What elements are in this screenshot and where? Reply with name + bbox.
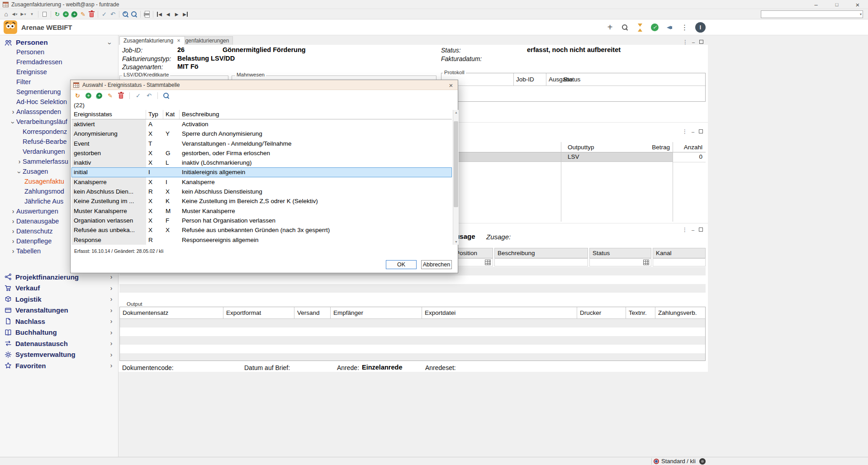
table-row[interactable]: Keine Zustellung im ... X K Keine Zustel… (71, 196, 452, 206)
print-icon[interactable] (142, 10, 151, 19)
group-mahnwesen-legend: Mahnwesen (235, 72, 266, 77)
sidebar-module-systemverwaltung[interactable]: Systemverwaltung (0, 349, 119, 361)
home-icon[interactable] (2, 10, 10, 19)
table-row[interactable]: gestorben X G gestorben, oder Firma erlo… (71, 148, 452, 158)
table-row[interactable]: Muster Kanalsperre X M Muster Kanalsperr… (71, 206, 452, 216)
nav-next-icon[interactable] (172, 10, 181, 19)
sidebar-module-nachlass[interactable]: Nachlass (0, 316, 119, 327)
document-icon (5, 318, 12, 325)
add-copy-icon[interactable] (70, 10, 79, 19)
close-button[interactable] (847, 0, 868, 9)
nav-first-icon[interactable] (155, 10, 164, 19)
undo-icon[interactable] (145, 91, 153, 100)
panel-menu-icon[interactable] (682, 225, 687, 233)
table-row[interactable]: kein Abschluss Dien... R X kein Abschlus… (71, 187, 452, 196)
maximize-button[interactable] (826, 0, 847, 9)
lookup-grid-icon[interactable] (643, 260, 649, 265)
sidebar-module-favoriten[interactable]: Favoriten (0, 360, 119, 371)
table-row[interactable]: Event T Veranstaltungen - Anmeldung/Teil… (71, 139, 452, 148)
confirm-icon[interactable] (134, 91, 142, 100)
delete-icon[interactable] (87, 10, 96, 19)
panel-minimize-icon[interactable] (692, 225, 694, 233)
table-row[interactable]: Organiation verlassen X F Person hat Org… (71, 216, 452, 225)
search-icon[interactable] (162, 91, 171, 100)
add-icon[interactable] (84, 91, 93, 100)
sidebar-module-veranstaltungen[interactable]: Veranstaltungen (0, 305, 119, 316)
table-row[interactable]: Refusée aus unbeka... X X Refusée aus un… (71, 225, 452, 235)
sidebar-item-personen[interactable]: Personen (0, 47, 119, 57)
undo-icon[interactable] (109, 10, 117, 19)
cell-typ: R (146, 187, 163, 196)
chevron-right-icon (108, 318, 114, 325)
table-row[interactable]: initial I Initialereignis allgemein (71, 167, 452, 177)
search-icon[interactable] (621, 23, 629, 32)
sidebar-module-buchhaltung[interactable]: Buchhaltung (0, 327, 119, 338)
zusage-filter-status[interactable] (589, 258, 651, 266)
tab-close-icon[interactable] (176, 38, 181, 44)
kebab-menu-icon[interactable] (680, 23, 689, 32)
zoom-in-icon[interactable]: + (121, 10, 130, 19)
table-row[interactable]: Kanalsperre X I Kanalsperre (71, 177, 452, 187)
cancel-button[interactable]: Abbrechen (421, 260, 452, 269)
back-icon[interactable] (10, 10, 19, 19)
forward-icon[interactable] (19, 10, 28, 19)
refresh-icon[interactable] (73, 91, 82, 100)
sidebar-section-personen[interactable]: Personen (0, 37, 119, 48)
avatar[interactable]: I (695, 22, 706, 33)
nav-last-icon[interactable] (181, 10, 190, 19)
confirm-icon[interactable] (100, 10, 109, 19)
connection-status-icon[interactable] (699, 458, 706, 465)
cell-typ: A (146, 119, 163, 129)
minimize-button[interactable] (806, 0, 826, 9)
edit-icon[interactable] (79, 10, 87, 19)
table-row[interactable]: inaktiv X L inaktiv (Löschmarkierung) (71, 158, 452, 167)
toolbar-combobox[interactable] (761, 10, 863, 18)
zusage-filter-kanal[interactable] (653, 258, 706, 266)
panel-maximize-icon[interactable] (699, 40, 703, 44)
sidebar-item-ereignisse[interactable]: Ereignisse (0, 67, 119, 77)
sidebar-item-fremdadressen[interactable]: Fremdadressen (0, 57, 119, 67)
panel-menu-icon[interactable] (682, 127, 687, 135)
sidebar-module-datenaustausch[interactable]: Datenaustausch (0, 338, 119, 349)
gear-icon (5, 351, 12, 358)
anredeset-label: Anredeset: (425, 364, 456, 371)
zusage-filter-beschreibung[interactable] (494, 258, 588, 266)
sidebar-module-logistik[interactable]: Logistik (0, 294, 119, 305)
add-icon[interactable] (62, 10, 70, 19)
dropdown-icon[interactable] (28, 10, 36, 19)
table-row[interactable]: Anonymisierung X Y Sperre durch Anonymis… (71, 129, 452, 138)
column-header-kat[interactable]: Kat (163, 110, 180, 119)
cell-ereignisstatus: inaktiv (71, 158, 146, 167)
sidebar-module-verkauf[interactable]: Verkauf (0, 283, 119, 294)
scrollbar[interactable] (453, 110, 459, 245)
tab-zusagenfakturierung[interactable]: Zusagenfakturierung (119, 36, 185, 45)
zoom-out-icon[interactable] (130, 10, 138, 19)
copy-window-icon[interactable] (40, 10, 49, 19)
delete-icon[interactable] (117, 91, 125, 100)
column-header-beschreibung[interactable]: Beschreibung (180, 110, 452, 119)
panel-maximize-icon[interactable] (699, 228, 703, 232)
table-row[interactable]: Response R Responseereignis allgemein (71, 235, 452, 245)
add-copy-icon[interactable] (95, 91, 104, 100)
panel-minimize-icon[interactable] (692, 127, 694, 135)
plus-icon[interactable] (606, 23, 614, 32)
table-row[interactable]: aktiviert A Activation (71, 119, 452, 129)
check-circle-icon[interactable] (650, 23, 659, 32)
column-header-ereignisstatus[interactable]: Ereignisstatus (71, 110, 146, 119)
ok-button[interactable]: OK (386, 260, 417, 269)
dialog-close-icon[interactable] (446, 80, 456, 90)
session-status-icon[interactable] (654, 459, 659, 464)
nav-prev-icon[interactable] (164, 10, 172, 19)
anrede-label: Anrede: (337, 364, 359, 371)
scroll-down-icon[interactable] (453, 239, 459, 245)
scroll-up-icon[interactable] (453, 110, 459, 115)
panel-maximize-icon[interactable] (699, 129, 703, 133)
scrollbar-thumb[interactable] (454, 121, 458, 207)
lookup-grid-icon[interactable] (485, 260, 491, 265)
edit-icon[interactable] (106, 91, 114, 100)
column-header-typ[interactable]: Typ (146, 110, 163, 119)
refresh-icon[interactable] (53, 10, 62, 19)
output-row[interactable] (441, 152, 673, 162)
megaphone-icon[interactable] (665, 23, 674, 32)
hourglass-icon[interactable] (636, 23, 644, 32)
